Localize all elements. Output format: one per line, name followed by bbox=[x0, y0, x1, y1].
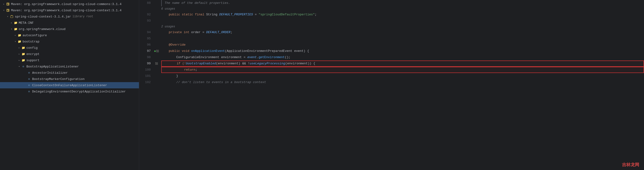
op-paren-97: ( bbox=[225, 48, 227, 54]
var-order: order bbox=[191, 29, 200, 36]
type-event: ApplicationEnvironmentPreparedEvent bbox=[227, 48, 294, 54]
op-semicolon-94: ; bbox=[230, 29, 232, 36]
arrow-encrypt[interactable] bbox=[17, 52, 21, 56]
tree-item-delegating-env[interactable]: ⊙ DelegatingEnvironmentDecryptApplicatio… bbox=[0, 88, 139, 94]
arrow-maven-commons[interactable] bbox=[2, 2, 6, 6]
tree-label-autoconfigure: autoconfigure bbox=[22, 34, 47, 37]
folder-icon-meta: 📁 bbox=[14, 21, 18, 25]
gutter-88 bbox=[154, 0, 159, 6]
code-line-95 bbox=[161, 36, 644, 42]
usage-text-6: 6 usages bbox=[161, 6, 175, 12]
gutter: ● ⬛ ⬛ bbox=[154, 0, 159, 170]
op-close-97: ) { bbox=[304, 48, 309, 54]
tree-item-org-springframework[interactable]: 📁 org.springframework.cloud bbox=[0, 26, 139, 32]
op-equals-94: = bbox=[200, 29, 206, 36]
op-equals: = bbox=[253, 12, 258, 18]
arrow-autoconfigure[interactable] bbox=[14, 34, 17, 37]
op-close-99: (environment)) { bbox=[285, 60, 315, 67]
tree-label-config: config bbox=[26, 46, 38, 50]
tree-item-maven-commons[interactable]: M Maven: org.springframework.cloud:sprin… bbox=[0, 1, 139, 7]
arrow-bootstrap-listener[interactable] bbox=[17, 64, 21, 68]
arrow-config[interactable] bbox=[17, 46, 21, 50]
tree-label-maven-commons: Maven: org.springframework.cloud:spring-… bbox=[11, 2, 122, 6]
line-usage1 bbox=[139, 6, 151, 12]
tree-label-jar: spring-cloud-context-3.1.4.jar bbox=[15, 15, 71, 18]
tree-label-support: support bbox=[26, 58, 40, 62]
keyword-return-100: return bbox=[162, 67, 195, 73]
tree-label-ancestor: AncestorInitializer bbox=[32, 71, 68, 75]
folder-icon-encrypt: 📁 bbox=[21, 52, 26, 56]
tree-item-close-context[interactable]: ⊙ CloseContextOnFailureApplicationListen… bbox=[0, 82, 139, 88]
line-93: 93 bbox=[139, 18, 151, 24]
code-line-98: ConfigurableEnvironment environment = ev… bbox=[161, 54, 644, 60]
tree-item-support[interactable]: 📁 support bbox=[0, 57, 139, 64]
tree-item-config[interactable]: 📁 config bbox=[0, 45, 139, 51]
tree-item-maven-context[interactable]: M Maven: org.springframework.cloud:sprin… bbox=[0, 7, 139, 14]
code-line-88: The name of the default properties. bbox=[161, 0, 644, 6]
gutter-98 bbox=[154, 54, 159, 60]
tree-item-meta-inf[interactable]: 📁 META-INF bbox=[0, 20, 139, 26]
maven-icon: M bbox=[6, 2, 10, 6]
code-line-93 bbox=[161, 18, 644, 24]
code-line-97: public void onApplicationEvent(Applicati… bbox=[161, 48, 644, 54]
gutter-usage1 bbox=[154, 6, 159, 12]
tree-item-bootstrap-listener[interactable]: ⊙ BootstrapApplicationListener bbox=[0, 64, 139, 70]
tree-label-bootstrap-marker: BootstrapMarkerConfiguration bbox=[32, 77, 84, 81]
line-96: 96 bbox=[139, 42, 151, 48]
line-94: 94 bbox=[139, 29, 151, 36]
gutter-102 bbox=[154, 79, 159, 86]
tree-item-bootstrap[interactable]: 📁 bootstrap bbox=[0, 38, 139, 45]
bookmark-99: ⬛ bbox=[155, 62, 158, 65]
gutter-94 bbox=[154, 29, 159, 36]
line-92: 92 bbox=[139, 12, 151, 18]
tree-item-encrypt[interactable]: 📁 encrypt bbox=[0, 51, 139, 57]
code-line-102: // don't listen to events in a bootstrap… bbox=[161, 79, 644, 86]
arrow-bootstrap[interactable] bbox=[14, 40, 17, 44]
arrow-jar[interactable] bbox=[6, 15, 10, 18]
tree-item-jar[interactable]: spring-cloud-context-3.1.4.jar library r… bbox=[0, 14, 139, 20]
maven-icon-context: M bbox=[6, 8, 10, 12]
code-area: 88 92 93 94 95 96 97 98 99 100 101 102 bbox=[139, 0, 644, 170]
tree-item-bootstrap-marker[interactable]: ⊙ BootstrapMarkerConfiguration bbox=[0, 76, 139, 82]
line-97: 97 bbox=[139, 48, 151, 54]
arrow-meta-inf[interactable] bbox=[10, 21, 14, 25]
keyword-if-99: if (! bbox=[162, 60, 186, 67]
line-88: 88 bbox=[139, 0, 151, 6]
usage-hint-2: 2 usages bbox=[161, 24, 644, 29]
method-onappevent: onApplicationEvent bbox=[191, 48, 225, 54]
folder-icon-bootstrap: 📁 bbox=[17, 40, 22, 44]
arrow-close-context bbox=[23, 83, 27, 87]
code-text-88: The name of the default properties. bbox=[164, 0, 230, 6]
arrow-maven-context[interactable] bbox=[2, 8, 6, 12]
line-101: 101 bbox=[139, 73, 151, 79]
breakpoint-97[interactable]: ● bbox=[154, 49, 156, 53]
arrow-ancestor bbox=[23, 71, 27, 75]
code-editor: 88 92 93 94 95 96 97 98 99 100 101 102 bbox=[139, 0, 644, 170]
gutter-92 bbox=[154, 12, 159, 18]
op-semi-100: ; bbox=[195, 67, 197, 73]
tree-item-ancestor-initializer[interactable]: ⊙ AncestorInitializer bbox=[0, 70, 139, 76]
code-line-100: return; bbox=[161, 67, 644, 73]
class-icon-ancestor: ⊙ bbox=[27, 71, 31, 75]
class-icon-delegating-env: ⊙ bbox=[27, 90, 31, 94]
arrow-bootstrap-marker bbox=[23, 77, 27, 81]
tree-item-autoconfigure[interactable]: 📁 autoconfigure bbox=[0, 32, 139, 38]
gutter-99: ⬛ bbox=[154, 60, 159, 67]
keyword-public: public static final bbox=[161, 12, 206, 18]
svg-text:M: M bbox=[7, 10, 8, 12]
watermark: 吉林龙网 bbox=[622, 162, 639, 168]
ref-default-properties: DEFAULT_PROPERTIES bbox=[219, 12, 253, 18]
tree-label-encrypt: encrypt bbox=[26, 52, 40, 56]
ref-event-98: event bbox=[248, 54, 257, 60]
tree-label-meta-inf: META-INF bbox=[19, 21, 34, 25]
code-line-96: @Override bbox=[161, 42, 644, 48]
op-parens-98: (); bbox=[285, 54, 290, 60]
arrow-org-springframework[interactable] bbox=[10, 27, 14, 31]
usage-text-2: 2 usages bbox=[161, 24, 175, 30]
tree-label-delegating-env: DelegatingEnvironmentDecryptApplicationI… bbox=[32, 90, 126, 94]
library-root-label: library root bbox=[72, 15, 93, 18]
folder-icon-config: 📁 bbox=[21, 46, 26, 50]
gutter-93 bbox=[154, 18, 159, 24]
type-env: ConfigurableEnvironment environment bbox=[161, 54, 242, 60]
arrow-support[interactable] bbox=[17, 58, 21, 62]
